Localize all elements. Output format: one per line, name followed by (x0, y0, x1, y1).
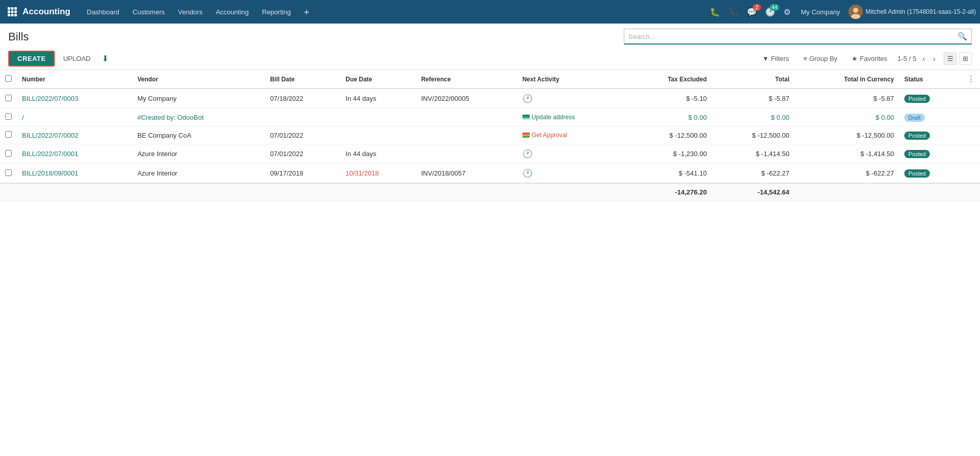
phone-icon[interactable]: 📞 (726, 5, 741, 19)
favorites-button[interactable]: ★ Favorites (847, 53, 891, 64)
row-checkbox-2[interactable] (0, 108, 17, 126)
group-by-label: Group By (809, 55, 837, 62)
col-vendor[interactable]: Vendor (132, 70, 265, 89)
svg-rect-3 (8, 11, 10, 13)
col-tax-excluded[interactable]: Tax Excluded (626, 70, 712, 89)
nav-add-icon[interactable]: ＋ (298, 4, 315, 20)
bill-tax-3: $ -12,500.00 (626, 126, 712, 144)
upload-button[interactable]: UPLOAD (58, 52, 95, 66)
total-tax-excluded: -14,276.20 (626, 183, 712, 201)
header-checkbox[interactable] (5, 75, 12, 82)
search-area: 🔍 (624, 29, 972, 45)
page-title: Bills (8, 30, 29, 44)
nav-menu: Dashboard Customers Vendors Accounting R… (81, 4, 706, 20)
table-header-row: Number Vendor Bill Date Due Date Referen… (0, 70, 980, 89)
bill-currency-2: $ 0.00 (795, 108, 899, 126)
bill-number-3[interactable]: BILL/2022/07/0002 (17, 126, 132, 144)
row-more-1[interactable] (962, 89, 980, 108)
bill-number-2[interactable]: / (17, 108, 132, 126)
totals-row: -14,276.20 -14,542.64 (0, 183, 980, 201)
header-row: Bills 🔍 (0, 24, 980, 48)
top-navigation: Accounting Dashboard Customers Vendors A… (0, 0, 980, 24)
grid-menu-icon[interactable] (4, 4, 20, 20)
page-content: Bills 🔍 CREATE UPLOAD ⬇ ▼ Filters ≡ Grou… (0, 24, 980, 456)
nav-dashboard[interactable]: Dashboard (81, 5, 126, 19)
search-icon[interactable]: 🔍 (957, 32, 967, 41)
nav-accounting[interactable]: Accounting (210, 5, 255, 19)
filters-button[interactable]: ▼ Filters (758, 53, 793, 64)
prev-page-button[interactable]: ‹ (921, 54, 927, 64)
bill-activity-5[interactable]: 🕐 (517, 164, 626, 184)
col-number[interactable]: Number (17, 70, 132, 89)
col-reference[interactable]: Reference (416, 70, 517, 89)
row-more-5[interactable] (962, 164, 980, 184)
row-checkbox-3[interactable] (0, 126, 17, 144)
svg-rect-8 (14, 14, 17, 16)
row-more-2[interactable] (962, 108, 980, 126)
create-button[interactable]: CREATE (8, 51, 55, 67)
svg-rect-1 (11, 7, 14, 10)
next-page-button[interactable]: › (931, 54, 938, 64)
bill-due-3 (340, 126, 416, 144)
group-by-icon: ≡ (803, 55, 808, 62)
pager-text: 1-5 / 5 (898, 55, 917, 62)
kanban-view-button[interactable]: ⊞ (959, 52, 972, 65)
bill-ref-5: INV/2018/0057 (416, 164, 517, 184)
group-by-button[interactable]: ≡ Group By (799, 53, 842, 64)
bill-total-4: $ -1,414.50 (712, 144, 794, 164)
activity-bar-icon-3 (522, 133, 530, 138)
bill-vendor-2[interactable]: #Created by: OdooBot (132, 108, 265, 126)
bill-activity-4[interactable]: 🕐 (517, 144, 626, 164)
activity-update-label[interactable]: Update address (532, 114, 575, 121)
chat-icon[interactable]: 💬 2 (745, 5, 759, 19)
row-more-3[interactable] (962, 126, 980, 144)
row-checkbox-1[interactable] (0, 89, 17, 108)
download-button[interactable]: ⬇ (99, 52, 112, 66)
col-status[interactable]: Status (899, 70, 962, 89)
list-view-button[interactable]: ☰ (944, 52, 957, 65)
col-more-options[interactable]: ⋮ (962, 70, 980, 89)
bill-status-5: Posted (899, 164, 962, 184)
view-toggle: ☰ ⊞ (944, 52, 972, 65)
select-all-checkbox[interactable] (0, 70, 17, 89)
col-total-currency[interactable]: Total in Currency (795, 70, 899, 89)
combined-toolbar: CREATE UPLOAD ⬇ ▼ Filters ≡ Group By ★ F… (0, 48, 980, 70)
bill-tax-2: $ 0.00 (626, 108, 712, 126)
bill-number-1[interactable]: BILL/2022/07/0003 (17, 89, 132, 108)
row-checkbox-4[interactable] (0, 144, 17, 164)
bill-ref-2 (416, 108, 517, 126)
bill-date-2 (265, 108, 341, 126)
star-icon: ★ (852, 55, 858, 62)
user-menu[interactable]: Mitchell Admin (17548091-saas-15-2-all) (848, 5, 976, 19)
row-checkbox-5[interactable] (0, 164, 17, 184)
bill-number-5[interactable]: BILL/2018/09/0001 (17, 164, 132, 184)
svg-rect-5 (14, 11, 17, 13)
bill-ref-1: INV/2022/00005 (416, 89, 517, 108)
nav-customers[interactable]: Customers (126, 5, 171, 19)
bill-date-5: 09/17/2018 (265, 164, 341, 184)
svg-rect-2 (14, 7, 17, 10)
bill-activity-1[interactable]: 🕐 (517, 89, 626, 108)
col-bill-date[interactable]: Bill Date (265, 70, 341, 89)
col-due-date[interactable]: Due Date (340, 70, 416, 89)
bill-total-5: $ -622.27 (712, 164, 794, 184)
settings-icon[interactable]: ⚙ (781, 5, 793, 19)
activity-approval-label[interactable]: Get Approval (532, 132, 567, 139)
chat-badge: 2 (753, 4, 761, 11)
nav-vendors[interactable]: Vendors (172, 5, 209, 19)
activity-icon[interactable]: 🕐 44 (763, 5, 777, 19)
bill-number-4[interactable]: BILL/2022/07/0001 (17, 144, 132, 164)
bill-status-1: Posted (899, 89, 962, 108)
bill-activity-3[interactable]: Get Approval (517, 126, 626, 144)
col-total[interactable]: Total (712, 70, 794, 89)
bill-activity-2[interactable]: Update address (517, 108, 626, 126)
favorites-label: Favorites (860, 55, 887, 62)
nav-reporting[interactable]: Reporting (256, 5, 297, 19)
total-total: -14,542.64 (712, 183, 794, 201)
row-more-4[interactable] (962, 144, 980, 164)
col-next-activity[interactable]: Next Activity (517, 70, 626, 89)
company-selector[interactable]: My Company (797, 8, 844, 16)
search-input[interactable] (628, 33, 955, 40)
bug-icon[interactable]: 🐛 (708, 5, 722, 19)
app-title: Accounting (23, 7, 71, 17)
